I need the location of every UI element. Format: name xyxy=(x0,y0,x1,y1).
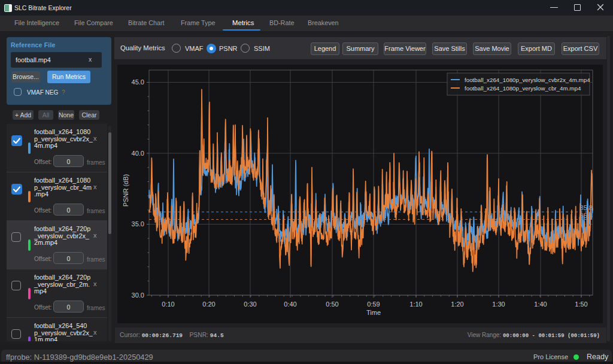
svg-text:40.0: 40.0 xyxy=(132,150,144,157)
svg-text:30.0: 30.0 xyxy=(132,292,144,299)
svg-text:football_x264_1080p_veryslow_c: football_x264_1080p_veryslow_cbr_4m.mp4 xyxy=(465,85,581,92)
svg-text:0:20: 0:20 xyxy=(202,301,215,308)
svg-text:1:10: 1:10 xyxy=(409,301,422,308)
svg-text:0:10: 0:10 xyxy=(162,301,174,308)
svg-text:0:40: 0:40 xyxy=(284,301,296,308)
svg-text:1:20: 1:20 xyxy=(451,301,463,308)
svg-text:35.0: 35.0 xyxy=(132,220,144,228)
svg-text:1:50: 1:50 xyxy=(575,301,587,308)
svg-text:0:50: 0:50 xyxy=(326,301,338,308)
svg-text:1:40: 1:40 xyxy=(534,301,547,308)
svg-text:1:30: 1:30 xyxy=(492,301,505,308)
svg-text:45.0: 45.0 xyxy=(132,78,144,86)
svg-text:0:30: 0:30 xyxy=(244,301,256,308)
svg-text:football_x264_1080p_veryslow_c: football_x264_1080p_veryslow_cvbr2x_4m.m… xyxy=(465,77,590,83)
svg-text:Time: Time xyxy=(366,309,381,316)
svg-text:0:59: 0:59 xyxy=(367,301,380,308)
svg-text:PSNR (dB): PSNR (dB) xyxy=(122,174,129,207)
